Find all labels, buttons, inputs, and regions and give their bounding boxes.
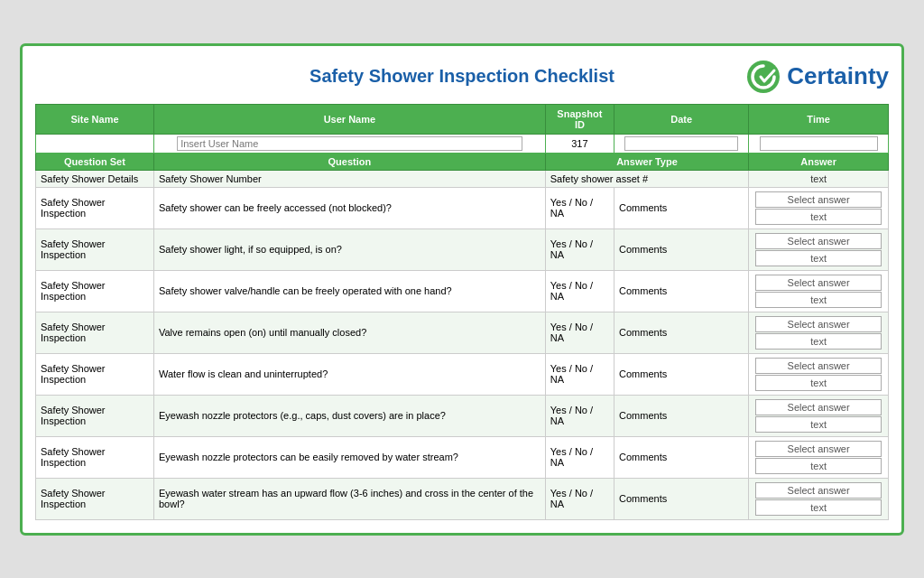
col-date: Date (614, 104, 749, 134)
text-answer-box[interactable]: text (755, 209, 882, 225)
table-row: Safety Shower Inspection Safety shower c… (36, 187, 889, 228)
question-set-cell: Safety Shower Inspection (36, 395, 154, 436)
table-row: Safety Shower Inspection Eyewash nozzle … (36, 395, 889, 436)
answer-plain-value: text (753, 173, 883, 184)
answer-cell: Select answer text (749, 436, 889, 478)
answer-type-2-cell: Comments (614, 228, 749, 270)
select-answer-box[interactable]: Select answer (755, 275, 882, 291)
sub-col-ans: Answer (749, 153, 889, 170)
col-snapshot-id: Snapshot ID (545, 104, 614, 134)
select-answer-box[interactable]: Select answer (755, 441, 882, 457)
select-answer-box[interactable]: Select answer (755, 233, 882, 249)
question-set-cell: Safety Shower Inspection (36, 436, 154, 478)
table-row: Safety Shower Inspection Valve remains o… (36, 312, 889, 353)
question-cell: Eyewash nozzle protectors (e.g., caps, d… (153, 395, 545, 436)
table-row: Safety Shower Details Safety Shower Numb… (36, 170, 889, 187)
site-name-cell (36, 134, 154, 153)
user-name-cell (153, 134, 545, 153)
meta-values-row: 317 (36, 134, 889, 153)
logo-text: Certainty (787, 62, 889, 90)
question-set-cell: Safety Shower Details (36, 170, 154, 187)
answer-type-1-cell: Yes / No / NA (545, 187, 614, 228)
answer-type-1-cell: Yes / No / NA (545, 395, 614, 436)
table-row: Safety Shower Inspection Eyewash water s… (36, 478, 889, 519)
question-set-cell: Safety Shower Inspection (36, 228, 154, 270)
certainty-logo-icon (745, 59, 781, 95)
sub-col-qs: Question Set (36, 153, 154, 170)
answer-type-1-cell: Yes / No / NA (545, 270, 614, 312)
date-cell (614, 134, 749, 153)
select-answer-box[interactable]: Select answer (755, 482, 882, 499)
question-cell: Valve remains open (on) until manually c… (153, 312, 545, 353)
answer-cell: Select answer text (749, 312, 889, 353)
question-cell: Safety shower valve/handle can be freely… (153, 270, 545, 312)
question-cell: Safety shower can be freely accessed (no… (153, 187, 545, 228)
col-site-name: Site Name (36, 104, 154, 134)
snapshot-id-cell: 317 (545, 134, 614, 153)
date-input[interactable] (624, 136, 738, 151)
text-answer-box[interactable]: text (755, 292, 882, 308)
answer-cell: Select answer text (749, 353, 889, 395)
select-answer-box[interactable]: Select answer (755, 399, 882, 415)
table-row: Safety Shower Inspection Water flow is c… (36, 353, 889, 395)
answer-type-2-cell: Comments (614, 353, 749, 395)
sub-header-row: Question Set Question Answer Type Answer (36, 153, 889, 170)
answer-type-1-cell: Yes / No / NA (545, 436, 614, 478)
answer-type-2-cell: Comments (614, 478, 749, 519)
answer-type-2-cell: Comments (614, 270, 749, 312)
question-cell: Safety Shower Number (153, 170, 545, 187)
text-answer-box[interactable]: text (755, 416, 882, 433)
question-set-cell: Safety Shower Inspection (36, 478, 154, 519)
answer-type-2-cell: Comments (614, 395, 749, 436)
answer-cell: Select answer text (749, 270, 889, 312)
time-input[interactable] (760, 136, 878, 151)
col-time: Time (749, 104, 889, 134)
answer-type-2-cell: Comments (614, 187, 749, 228)
header-row: Safety Shower Inspection Checklist Certa… (35, 59, 889, 95)
user-name-input[interactable] (177, 136, 522, 151)
question-set-cell: Safety Shower Inspection (36, 353, 154, 395)
select-answer-box[interactable]: Select answer (755, 191, 882, 208)
sub-col-q: Question (153, 153, 545, 170)
col-user-name: User Name (153, 104, 545, 134)
text-answer-box[interactable]: text (755, 375, 882, 391)
page-title: Safety Shower Inspection Checklist (198, 66, 726, 87)
main-table: Site Name User Name Snapshot ID Date Tim… (35, 104, 889, 520)
question-set-cell: Safety Shower Inspection (36, 312, 154, 353)
table-row: Safety Shower Inspection Eyewash nozzle … (36, 436, 889, 478)
text-answer-box[interactable]: text (755, 458, 882, 474)
answer-type-1-cell: Yes / No / NA (545, 312, 614, 353)
answer-type-1-cell: Yes / No / NA (545, 353, 614, 395)
text-answer-box[interactable]: text (755, 333, 882, 350)
question-cell: Safety shower light, if so equipped, is … (153, 228, 545, 270)
time-cell (749, 134, 889, 153)
answer-type-1-cell: Yes / No / NA (545, 478, 614, 519)
question-set-cell: Safety Shower Inspection (36, 187, 154, 228)
text-answer-box[interactable]: text (755, 250, 882, 266)
answer-type-2-cell: Comments (614, 312, 749, 353)
question-cell: Water flow is clean and uninterrupted? (153, 353, 545, 395)
sub-col-at: Answer Type (545, 153, 748, 170)
question-cell: Eyewash nozzle protectors can be easily … (153, 436, 545, 478)
answer-type-2-cell: Comments (614, 436, 749, 478)
answer-cell: Select answer text (749, 395, 889, 436)
question-cell: Eyewash water stream has an upward flow … (153, 478, 545, 519)
answer-cell: Select answer text (749, 478, 889, 519)
page-wrapper: Safety Shower Inspection Checklist Certa… (20, 43, 904, 536)
table-row: Safety Shower Inspection Safety shower v… (36, 270, 889, 312)
select-answer-box[interactable]: Select answer (755, 358, 882, 374)
answer-type-1-cell: Yes / No / NA (545, 228, 614, 270)
select-answer-box[interactable]: Select answer (755, 316, 882, 332)
answer-cell: text (749, 170, 889, 187)
meta-header-row: Site Name User Name Snapshot ID Date Tim… (36, 104, 889, 134)
text-answer-box[interactable]: text (755, 499, 882, 516)
answer-type-cell: Safety shower asset # (545, 170, 748, 187)
table-row: Safety Shower Inspection Safety shower l… (36, 228, 889, 270)
answer-cell: Select answer text (749, 228, 889, 270)
logo-area: Certainty (726, 59, 889, 95)
answer-cell: Select answer text (749, 187, 889, 228)
question-set-cell: Safety Shower Inspection (36, 270, 154, 312)
